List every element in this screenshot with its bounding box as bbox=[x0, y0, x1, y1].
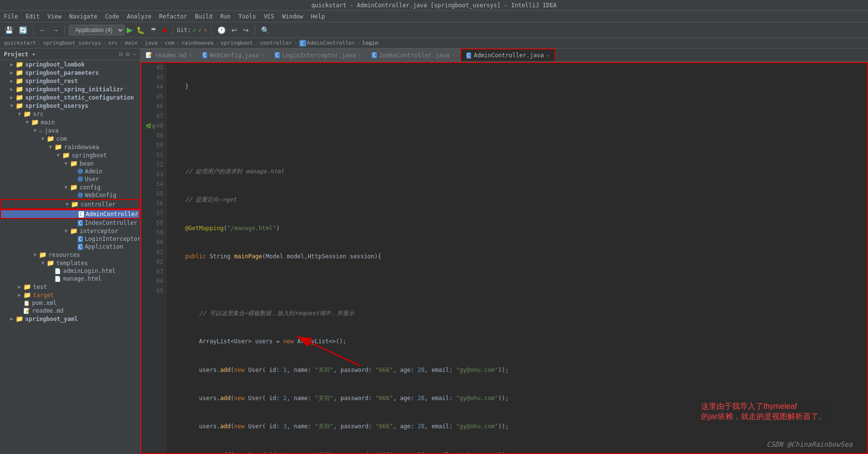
sidebar-item-controller[interactable]: ▼ 📁 controller bbox=[0, 199, 140, 209]
sidebar-item-target[interactable]: ▶ 📁 target bbox=[0, 291, 140, 299]
tab-webconfig[interactable]: C WebConfig.java ✕ bbox=[197, 49, 270, 61]
history-button[interactable]: 🕐 bbox=[215, 25, 228, 35]
git-check2: ✓ bbox=[198, 27, 202, 34]
sidebar-item-adminlogin-html[interactable]: ▶ 📄 adminLogin.html bbox=[0, 267, 140, 275]
code-line-52: users.add(new User( id: 1, name: "关羽", p… bbox=[171, 365, 863, 375]
sidebar-item-indexcontroller[interactable]: ▶ C IndexController bbox=[0, 219, 140, 227]
back-button[interactable]: ← bbox=[37, 25, 48, 35]
undo-button[interactable]: ↩ bbox=[229, 25, 239, 35]
stop-button[interactable]: ■ bbox=[161, 25, 168, 35]
breadcrumb-main[interactable]: main bbox=[125, 40, 138, 46]
breadcrumb-java[interactable]: java bbox=[145, 40, 158, 46]
menu-analyze[interactable]: Analyze bbox=[127, 13, 151, 20]
sidebar-item-user-class[interactable]: ▶ 🅒 User bbox=[0, 175, 140, 183]
code-editor[interactable]: } // 处理用户的请求到 manage.html // 是重定向—>get @… bbox=[167, 63, 867, 453]
code-line-53: users.add(new User( id: 2, name: "关羽", p… bbox=[171, 394, 863, 404]
separator-3 bbox=[172, 25, 173, 35]
menu-file[interactable]: File bbox=[4, 13, 18, 20]
sidebar-item-admin-class[interactable]: ▶ 🅒 Admin bbox=[0, 168, 140, 175]
menu-code[interactable]: Code bbox=[105, 13, 119, 20]
code-line-55: users.add(new User( id: 4, name: "关羽", p… bbox=[171, 450, 863, 453]
sidebar-item-rainbowsea[interactable]: ▼ 📁 rainbowsea bbox=[0, 143, 140, 151]
breadcrumb-admincontroller[interactable]: C AdminController bbox=[299, 40, 355, 47]
sidebar-item-resources[interactable]: ▼ 📁 resources bbox=[0, 251, 140, 259]
save-button[interactable]: 💾 bbox=[3, 25, 15, 35]
editor-content[interactable]: 42 43 44 45 46 47 🌿 @ 48 49 50 51 52 53 bbox=[142, 63, 867, 453]
separator-5 bbox=[255, 25, 255, 35]
webconfig-icon: C bbox=[202, 52, 208, 58]
tab-indexcontroller[interactable]: C IndexController.java ✕ bbox=[367, 49, 460, 61]
tab-admincontroller-close[interactable]: ✕ bbox=[546, 52, 550, 59]
sidebar-item-manage-html[interactable]: ▶ 📄 manage.html bbox=[0, 275, 140, 283]
tab-logininterceptor-close[interactable]: ✕ bbox=[358, 52, 361, 58]
breadcrumb-rainbowsea[interactable]: rainbowsea bbox=[181, 40, 213, 46]
tab-readme-close[interactable]: ✕ bbox=[189, 52, 192, 58]
menu-navigate[interactable]: Navigate bbox=[69, 13, 98, 20]
settings-icon[interactable]: ⚙ bbox=[126, 50, 130, 58]
menu-help[interactable]: Help bbox=[311, 13, 325, 20]
breadcrumb-controller[interactable]: controller bbox=[260, 40, 292, 46]
sidebar-item-src[interactable]: ▼ 📁 src bbox=[0, 110, 140, 118]
tab-logininterceptor[interactable]: C LoginInterceptor.java ✕ bbox=[270, 49, 367, 61]
sidebar-item-readme-md[interactable]: ▶ 📝 readme.md bbox=[0, 307, 140, 315]
sidebar-item-logininterceptor[interactable]: ▶ C LoginInterceptor bbox=[0, 235, 140, 243]
breadcrumb-com[interactable]: com bbox=[164, 40, 174, 46]
code-line-48: public String mainPage(Model model,HttpS… bbox=[171, 252, 863, 262]
menu-window[interactable]: Window bbox=[282, 13, 303, 20]
run-config-dropdown[interactable]: Application (4) bbox=[69, 25, 125, 35]
tab-logininterceptor-label: LoginInterceptor.java bbox=[282, 52, 356, 59]
sidebar-item-springboot-spring-initializr[interactable]: ▶ 📁 springboot_spring_initializr bbox=[0, 85, 140, 93]
menu-tools[interactable]: Tools bbox=[239, 13, 256, 20]
menu-view[interactable]: View bbox=[48, 13, 62, 20]
tab-indexcontroller-close[interactable]: ✕ bbox=[452, 52, 455, 58]
sidebar-item-interceptor[interactable]: ▼ 📁 interceptor bbox=[0, 227, 140, 235]
sync-button[interactable]: 🔄 bbox=[17, 25, 29, 35]
sidebar-item-webconfig[interactable]: ▶ 🅒 WebConfig bbox=[0, 191, 140, 199]
sidebar-item-main[interactable]: ▼ 📁 main bbox=[0, 118, 140, 126]
sidebar-item-springboot-yaml[interactable]: ▶ 📁 springboot_yaml bbox=[0, 315, 140, 323]
editor-tabs: 📝 readme.md ✕ C WebConfig.java ✕ C Login… bbox=[141, 49, 868, 62]
admincontroller-icon: C bbox=[466, 52, 472, 59]
menu-edit[interactable]: Edit bbox=[26, 13, 40, 20]
collapse-all-icon[interactable]: ⊟ bbox=[119, 50, 123, 58]
tab-webconfig-close[interactable]: ✕ bbox=[261, 52, 264, 58]
redo-button[interactable]: ↪ bbox=[241, 25, 251, 35]
forward-button[interactable]: → bbox=[50, 25, 61, 35]
breadcrumb-login[interactable]: login bbox=[362, 40, 378, 46]
sidebar-item-com[interactable]: ▼ 📁 com bbox=[0, 135, 140, 143]
menu-refactor[interactable]: Refactor bbox=[159, 13, 187, 20]
menu-bar: File Edit View Navigate Code Analyze Ref… bbox=[0, 11, 868, 22]
breadcrumb-src[interactable]: src bbox=[108, 40, 118, 46]
search-button[interactable]: 🔍 bbox=[259, 25, 271, 35]
sidebar-item-config[interactable]: ▼ 📁 config bbox=[0, 183, 140, 191]
run-button[interactable]: ▶ bbox=[127, 25, 132, 34]
close-sidebar-icon[interactable]: — bbox=[132, 50, 136, 58]
sidebar-item-springboot-usersys[interactable]: ▼ 📁 springboot_usersys bbox=[0, 101, 140, 110]
sidebar-item-springboot-rest[interactable]: ▶ 📁 springboot_rest bbox=[0, 77, 140, 85]
tab-readme[interactable]: 📝 readme.md ✕ bbox=[141, 49, 197, 61]
project-sidebar: Project ▾ ⊟ ⚙ — ▶ 📁 springboot_lombok ▶ … bbox=[0, 49, 141, 454]
menu-build[interactable]: Build bbox=[195, 13, 213, 20]
sidebar-item-application[interactable]: ▶ C Application bbox=[0, 243, 140, 251]
sidebar-item-java[interactable]: ▼ ☕ java bbox=[0, 126, 140, 135]
tab-readme-label: readme.md bbox=[155, 52, 186, 59]
sidebar-item-bean[interactable]: ▼ 📁 bean bbox=[0, 159, 140, 168]
sidebar-item-admincontroller[interactable]: ▶ C AdminController bbox=[0, 209, 140, 219]
sidebar-item-pom-xml[interactable]: ▶ 📋 pom.xml bbox=[0, 299, 140, 307]
sidebar-item-springboot-parameters[interactable]: ▶ 📁 springboot_parameters bbox=[0, 68, 140, 77]
breadcrumb-springboot[interactable]: springboot bbox=[221, 40, 253, 46]
coverage-button[interactable]: ☂ bbox=[148, 25, 159, 35]
sidebar-item-springboot-pkg[interactable]: ▼ 📁 springboot bbox=[0, 151, 140, 159]
sidebar-item-test[interactable]: ▶ 📁 test bbox=[0, 283, 140, 291]
menu-vcs[interactable]: VCS bbox=[264, 13, 275, 20]
sidebar-item-springboot-lombok[interactable]: ▶ 📁 springboot_lombok bbox=[0, 60, 140, 68]
separator-2 bbox=[65, 25, 65, 35]
debug-button[interactable]: 🐛 bbox=[134, 25, 147, 35]
sidebar-item-templates[interactable]: ▼ 📁 templates bbox=[0, 259, 140, 267]
sidebar-item-springboot-static-configuration[interactable]: ▶ 📁 springboot_static_configuration bbox=[0, 93, 140, 101]
menu-run[interactable]: Run bbox=[220, 13, 231, 20]
indexcontroller-icon: C bbox=[372, 52, 377, 58]
breadcrumb-module[interactable]: springboot_usersys bbox=[43, 40, 101, 46]
breadcrumb-quickstart[interactable]: quickstart bbox=[4, 40, 36, 46]
tab-admincontroller[interactable]: C AdminController.java ✕ bbox=[460, 49, 556, 61]
